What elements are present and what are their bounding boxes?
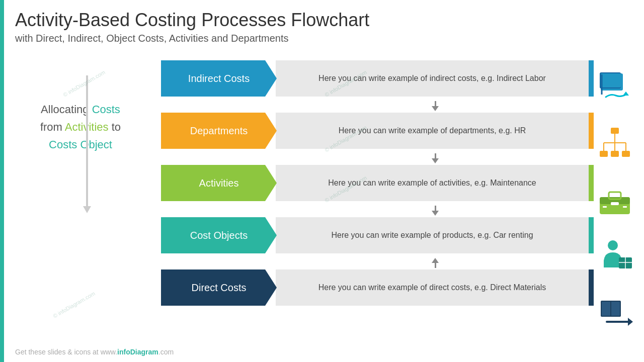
left-arrow-line bbox=[86, 75, 88, 206]
svg-marker-28 bbox=[628, 318, 633, 326]
label-activities: Activities bbox=[161, 165, 277, 201]
svg-point-20 bbox=[608, 240, 618, 250]
desc-departments: Here you can write example of department… bbox=[276, 113, 589, 149]
desc-cost-objects: Here you can write example of products, … bbox=[276, 217, 589, 253]
row-direct: Direct Costs Here you can write example … bbox=[161, 269, 594, 306]
svg-rect-5 bbox=[611, 128, 619, 134]
svg-rect-7 bbox=[611, 151, 619, 157]
watermark-5: © infoDiagram.com bbox=[52, 290, 96, 319]
footer-highlight: infoDiagram bbox=[117, 348, 158, 356]
label-cost-objects: Cost Objects bbox=[161, 217, 277, 253]
left-panel-description: Allocating Costs from Activities to Cost… bbox=[15, 101, 146, 154]
footer-text2: .com bbox=[158, 348, 174, 356]
connector-down-2 bbox=[432, 153, 439, 163]
accent-activities bbox=[589, 165, 594, 201]
icon-cost-objects bbox=[597, 238, 635, 275]
left-accent-bar bbox=[0, 0, 4, 362]
accent-indirect bbox=[589, 60, 594, 97]
connector-3 bbox=[277, 205, 594, 216]
svg-rect-6 bbox=[600, 151, 608, 157]
connector-1 bbox=[277, 101, 594, 112]
word-costs: Costs bbox=[92, 103, 120, 116]
accent-cost-objects bbox=[589, 217, 594, 253]
row-activities: Activities Here you can write example of… bbox=[161, 165, 594, 201]
svg-rect-19 bbox=[623, 206, 627, 208]
accent-departments bbox=[589, 113, 594, 149]
icon-direct bbox=[597, 296, 633, 330]
left-arrow bbox=[83, 75, 91, 213]
icon-activities bbox=[597, 183, 633, 217]
desc-activities: Here you can write example of activities… bbox=[276, 165, 589, 201]
svg-rect-18 bbox=[603, 206, 607, 208]
desc-direct: Here you can write example of direct cos… bbox=[276, 269, 589, 306]
page-subtitle: with Direct, Indirect, Object Costs, Act… bbox=[15, 33, 634, 44]
connector-down-3 bbox=[432, 206, 439, 216]
accent-direct bbox=[589, 269, 594, 306]
connector-4 bbox=[277, 257, 594, 268]
label-departments: Departments bbox=[161, 113, 277, 149]
connector-down-1 bbox=[432, 101, 439, 111]
label-direct: Direct Costs bbox=[161, 269, 277, 306]
svg-rect-2 bbox=[601, 73, 621, 87]
footer-text: Get these slides & icons at www. bbox=[15, 348, 117, 356]
left-panel: Allocating Costs from Activities to Cost… bbox=[15, 101, 146, 154]
row-departments: Departments Here you can write example o… bbox=[161, 113, 594, 149]
row-cost-objects: Cost Objects Here you can write example … bbox=[161, 217, 594, 253]
svg-marker-4 bbox=[623, 92, 629, 96]
label-indirect: Indirect Costs bbox=[161, 60, 277, 97]
svg-rect-8 bbox=[622, 151, 630, 157]
page-title: Activity-Based Costing Processes Flowcha… bbox=[15, 9, 634, 31]
desc-indirect: Here you can write example of indirect c… bbox=[276, 60, 589, 97]
header: Activity-Based Costing Processes Flowcha… bbox=[15, 9, 634, 44]
footer: Get these slides & icons at www.infoDiag… bbox=[15, 348, 174, 356]
icon-departments bbox=[597, 125, 633, 161]
word-costs-object: Costs Object bbox=[49, 138, 112, 151]
flowchart: Indirect Costs Here you can write exampl… bbox=[161, 60, 594, 310]
connector-2 bbox=[277, 153, 594, 164]
icon-indirect bbox=[597, 69, 633, 104]
left-arrow-head bbox=[83, 206, 91, 213]
connector-up-4 bbox=[432, 258, 439, 268]
row-indirect: Indirect Costs Here you can write exampl… bbox=[161, 60, 594, 97]
svg-rect-17 bbox=[611, 202, 619, 205]
